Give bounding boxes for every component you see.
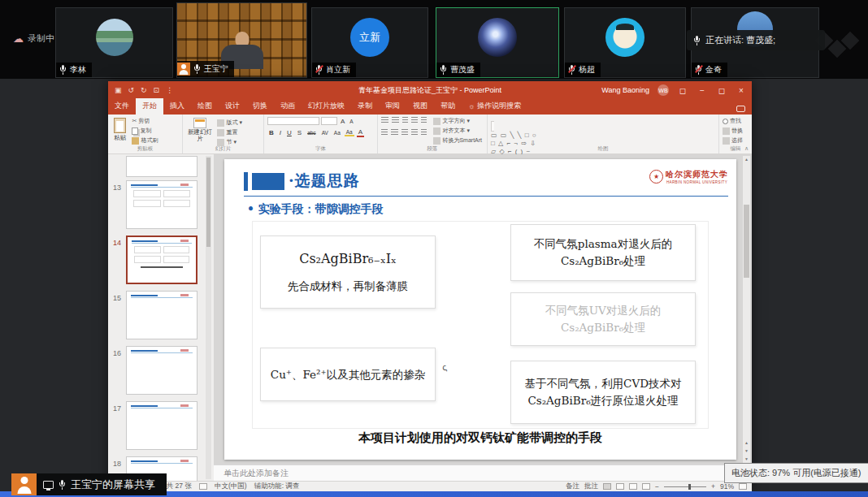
participant-tile-wangbaoning[interactable]: 王宝宁: [176, 2, 307, 78]
tab-slideshow[interactable]: 幻灯片放映: [302, 98, 351, 115]
restore-button[interactable]: ◻: [716, 86, 727, 95]
reset-button[interactable]: 重置: [217, 128, 242, 136]
qat-more-icon[interactable]: ⋮: [166, 86, 173, 94]
language-indicator[interactable]: 中文(中国): [215, 482, 247, 491]
strikethrough-button[interactable]: abc: [306, 130, 317, 136]
zoom-slider[interactable]: [664, 486, 706, 487]
tab-file[interactable]: 文件: [108, 98, 136, 115]
tell-me-search[interactable]: ☼ 操作说明搜索: [462, 98, 527, 115]
convert-smartart-button[interactable]: 转换为SmartArt: [433, 136, 482, 145]
zoom-out-icon[interactable]: −: [655, 482, 659, 491]
textbox-cvd[interactable]: 基于不同气氛，利用CVD技术对Cs₂AgBiBr₆进行原位退火处理: [510, 361, 696, 424]
character-spacing-button[interactable]: AV: [320, 130, 330, 136]
replace-button[interactable]: 替换: [723, 127, 743, 135]
tab-record[interactable]: 录制: [351, 98, 379, 115]
justify-icon[interactable]: [411, 129, 418, 136]
textbox-plasma[interactable]: 不同气氛plasma对退火后的Cs₂AgBiBr₆处理: [510, 224, 696, 281]
comments-toggle-button[interactable]: 批注: [584, 482, 598, 491]
account-name[interactable]: Wang Baoning: [601, 86, 649, 94]
fit-to-window-icon[interactable]: [739, 483, 747, 490]
slide-thumbnail[interactable]: [126, 401, 197, 450]
previous-slide-icon[interactable]: ▲: [743, 440, 750, 445]
slide-thumbnail[interactable]: [126, 156, 197, 177]
font-color-button[interactable]: A: [357, 128, 364, 137]
scroll-down-icon[interactable]: ▼: [743, 456, 750, 461]
save-icon[interactable]: ▣: [115, 86, 122, 94]
ribbon-display-options-icon[interactable]: ◻: [677, 86, 688, 95]
share-label-bar[interactable]: 王宝宁的屏幕共享: [37, 473, 167, 495]
tab-help[interactable]: 帮助: [434, 98, 462, 115]
find-button[interactable]: 查找: [723, 117, 743, 125]
text-shadow-button[interactable]: S: [296, 129, 303, 136]
participant-tile-yangchao[interactable]: 杨超: [564, 7, 686, 78]
layout-button[interactable]: 版式▾: [217, 119, 242, 127]
align-right-icon[interactable]: [401, 129, 408, 136]
next-slide-icon[interactable]: ▼: [743, 448, 750, 453]
tab-review[interactable]: 审阅: [379, 98, 406, 115]
redo-icon[interactable]: ↻: [141, 86, 147, 94]
highlight-color-button[interactable]: Aa: [345, 129, 354, 136]
reading-view-icon[interactable]: [629, 483, 637, 490]
slide-thumbnail-selected[interactable]: [126, 236, 197, 284]
scrollbar-thumb[interactable]: [744, 205, 749, 278]
normal-view-icon[interactable]: [603, 483, 611, 490]
zoom-level[interactable]: 91%: [720, 482, 734, 491]
slide-thumbnail[interactable]: [126, 291, 197, 339]
cut-button[interactable]: ✂剪切: [132, 117, 158, 125]
zoom-slider-thumb[interactable]: [688, 484, 691, 490]
tab-transitions[interactable]: 切换: [246, 98, 274, 115]
slideshow-view-icon[interactable]: [642, 483, 650, 490]
change-case-button[interactable]: Aa: [332, 130, 342, 136]
display-settings-icon[interactable]: [199, 483, 207, 490]
minimize-button[interactable]: −: [697, 86, 708, 95]
tab-view[interactable]: 视图: [406, 98, 434, 115]
new-slide-button[interactable]: 新建幻灯片: [186, 117, 214, 145]
italic-button[interactable]: I: [278, 129, 283, 136]
tab-insert[interactable]: 插入: [163, 98, 191, 115]
bullets-icon[interactable]: [381, 117, 388, 123]
comments-icon[interactable]: [736, 106, 745, 112]
columns-icon[interactable]: [421, 129, 427, 136]
line-spacing-icon[interactable]: [421, 117, 427, 123]
participant-tile-lilin[interactable]: 李林: [55, 7, 173, 78]
start-presentation-icon[interactable]: ⊡: [154, 86, 160, 94]
notes-pane[interactable]: 单击此处添加备注: [214, 465, 752, 481]
align-text-button[interactable]: 对齐文本▾: [433, 127, 482, 135]
slide-scrollbar[interactable]: ▲ ▲ ▼ ▼: [743, 156, 750, 463]
align-left-icon[interactable]: [381, 129, 388, 136]
shrink-font-icon[interactable]: A: [348, 119, 354, 124]
thumbnail-scrollbar[interactable]: [206, 156, 211, 479]
bold-button[interactable]: B: [267, 129, 276, 136]
tab-draw[interactable]: 绘图: [191, 98, 219, 115]
textbox-uv[interactable]: 不同气氛UV对退火后的Cs₂AgBiBr₆处理: [510, 292, 696, 346]
format-painter-button[interactable]: 格式刷: [132, 136, 158, 145]
slide-thumbnail[interactable]: [126, 346, 197, 395]
font-size-input[interactable]: [321, 117, 337, 125]
textbox-synthesis[interactable]: Cs₂AgBiBr₆₋ₓIₓ 先合成材料，再制备薄膜: [260, 236, 436, 309]
font-name-input[interactable]: [267, 117, 319, 125]
notes-toggle-button[interactable]: 备注: [566, 482, 579, 491]
participant-tile-caomaosheng[interactable]: 曹茂盛: [436, 7, 559, 78]
grow-font-icon[interactable]: A: [339, 118, 346, 125]
undo-icon[interactable]: ↺: [128, 86, 135, 94]
accessibility-indicator[interactable]: 辅助功能: 调查: [254, 482, 300, 491]
align-center-icon[interactable]: [391, 129, 397, 136]
text-direction-button[interactable]: 文字方向▾: [433, 117, 482, 125]
slide-sorter-view-icon[interactable]: [616, 483, 624, 490]
underline-button[interactable]: U: [285, 129, 293, 136]
paste-button[interactable]: 粘贴: [111, 117, 128, 145]
tab-animations[interactable]: 动画: [274, 98, 302, 115]
tab-home[interactable]: 开始: [136, 98, 163, 115]
zoom-in-icon[interactable]: +: [711, 482, 715, 491]
collapse-ribbon-icon[interactable]: ∧: [744, 145, 749, 152]
participant-tile-xiaolixin[interactable]: 立新 肖立新: [311, 7, 428, 78]
copy-button[interactable]: 复制: [132, 127, 158, 135]
slide-canvas[interactable]: ·选题思路 ★ 哈尔滨师范大学 HARBIN NORMAL UNIVERSITY…: [224, 159, 736, 460]
numbering-icon[interactable]: [392, 117, 399, 123]
select-button[interactable]: 选择: [723, 136, 743, 145]
indent-increase-icon[interactable]: [411, 117, 417, 123]
slide-thumbnail[interactable]: [126, 180, 197, 229]
scroll-up-icon[interactable]: ▲: [743, 157, 750, 162]
close-button[interactable]: ×: [736, 86, 747, 95]
textbox-doping[interactable]: Cu⁺、Fe²⁺以及其他元素的掺杂: [260, 348, 436, 401]
